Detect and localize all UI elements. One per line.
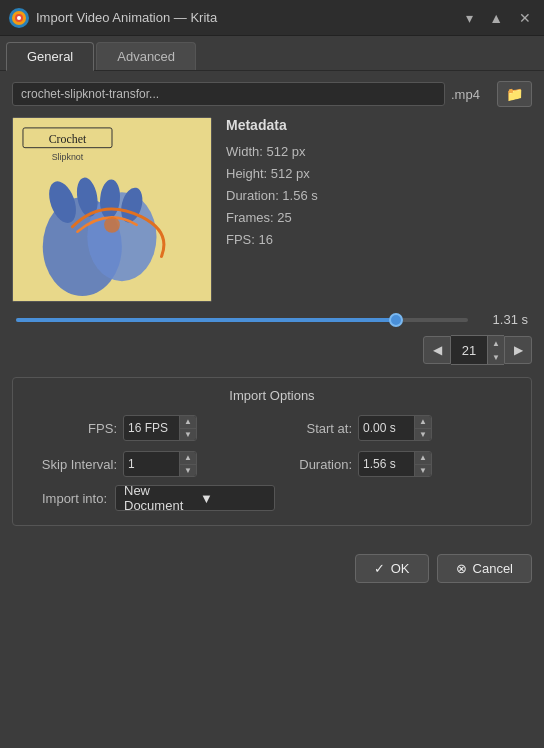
import-options-title: Import Options [27,388,517,403]
ok-label: OK [391,561,410,576]
cancel-label: Cancel [473,561,513,576]
frame-prev-button[interactable]: ◀ [423,336,451,364]
minimize-button[interactable]: ▾ [461,8,478,28]
preview-area: Crochet Slipknot Metadata Width: 512 px [12,117,532,302]
chevron-down-icon: ▼ [200,491,270,506]
title-bar-left: Import Video Animation — Krita [8,7,217,29]
window-title: Import Video Animation — Krita [36,10,217,25]
fps-down-button[interactable]: ▼ [180,429,196,441]
metadata-duration: Duration: 1.56 s [226,185,532,207]
krita-logo-icon [8,7,30,29]
svg-text:Crochet: Crochet [49,132,87,146]
start-at-input[interactable] [359,416,414,440]
duration-up-button[interactable]: ▲ [415,452,431,465]
tab-bar: General Advanced [0,36,544,71]
scrubber-time: 1.31 s [478,312,528,327]
frame-navigation: ◀ 21 ▲ ▼ ▶ [12,335,532,365]
tab-advanced[interactable]: Advanced [96,42,196,70]
svg-point-14 [104,217,120,233]
scrubber-thumb[interactable] [389,313,403,327]
fps-label: FPS: [27,421,117,436]
frame-input-wrap: 21 ▲ ▼ [451,335,504,365]
fps-row: FPS: ▲ ▼ [27,415,262,441]
start-at-down-button[interactable]: ▼ [415,429,431,441]
metadata-height: Height: 512 px [226,163,532,185]
import-into-dropdown[interactable]: New Document ▼ [115,485,275,511]
svg-point-3 [17,16,21,20]
browse-folder-button[interactable]: 📁 [497,81,532,107]
metadata-width: Width: 512 px [226,141,532,163]
fps-up-button[interactable]: ▲ [180,416,196,429]
import-into-row: Import into: New Document ▼ [27,485,517,511]
scrubber-track[interactable] [16,318,468,322]
start-at-row: Start at: ▲ ▼ [282,415,517,441]
close-button[interactable]: ✕ [514,8,536,28]
scrubber-row: 1.31 s [12,312,532,327]
import-options-box: Import Options FPS: ▲ ▼ Start at: [12,377,532,526]
start-at-spinbox[interactable]: ▲ ▼ [358,415,432,441]
skip-interval-row: Skip Interval: ▲ ▼ [27,451,262,477]
import-into-label: Import into: [27,491,107,506]
frame-spin-down[interactable]: ▼ [488,350,504,364]
title-bar: Import Video Animation — Krita ▾ ▲ ✕ [0,0,544,36]
video-thumbnail: Crochet Slipknot [12,117,212,302]
ok-icon: ✓ [374,561,385,576]
file-path-display: crochet-slipknot-transfor... [12,82,445,106]
metadata-frames: Frames: 25 [226,207,532,229]
ok-button[interactable]: ✓ OK [355,554,429,583]
start-at-label: Start at: [282,421,352,436]
file-row: crochet-slipknot-transfor... .mp4 📁 [12,81,532,107]
fps-arrows: ▲ ▼ [179,416,196,440]
maximize-button[interactable]: ▲ [484,8,508,28]
scrubber-fill [16,318,396,322]
button-row: ✓ OK ⊗ Cancel [0,548,544,589]
frame-next-button[interactable]: ▶ [504,336,532,364]
start-at-up-button[interactable]: ▲ [415,416,431,429]
skip-interval-input[interactable] [124,452,179,476]
frame-number-input[interactable]: 21 [451,336,487,364]
file-extension: .mp4 [451,87,491,102]
thumbnail-svg: Crochet Slipknot [13,118,211,301]
import-into-value: New Document [124,483,194,513]
skip-interval-down-button[interactable]: ▼ [180,465,196,477]
metadata-fps: FPS: 16 [226,229,532,251]
fps-spinbox[interactable]: ▲ ▼ [123,415,197,441]
frame-spin-up[interactable]: ▲ [488,336,504,350]
skip-interval-spinbox[interactable]: ▲ ▼ [123,451,197,477]
start-at-arrows: ▲ ▼ [414,416,431,440]
duration-spinbox[interactable]: ▲ ▼ [358,451,432,477]
duration-arrows: ▲ ▼ [414,452,431,476]
folder-icon: 📁 [506,86,523,102]
metadata-panel: Metadata Width: 512 px Height: 512 px Du… [226,117,532,302]
duration-down-button[interactable]: ▼ [415,465,431,477]
skip-interval-arrows: ▲ ▼ [179,452,196,476]
duration-label: Duration: [282,457,352,472]
main-content: crochet-slipknot-transfor... .mp4 📁 Croc… [0,71,544,548]
duration-row: Duration: ▲ ▼ [282,451,517,477]
tab-general[interactable]: General [6,42,94,71]
duration-input[interactable] [359,452,414,476]
fps-input[interactable] [124,416,179,440]
skip-interval-up-button[interactable]: ▲ [180,452,196,465]
cancel-icon: ⊗ [456,561,467,576]
title-bar-controls: ▾ ▲ ✕ [461,8,536,28]
cancel-button[interactable]: ⊗ Cancel [437,554,532,583]
skip-interval-label: Skip Interval: [27,457,117,472]
frame-spinbox: ▲ ▼ [487,336,504,364]
svg-text:Slipknot: Slipknot [52,152,84,162]
options-grid: FPS: ▲ ▼ Start at: ▲ ▼ [27,415,517,477]
metadata-title: Metadata [226,117,532,133]
